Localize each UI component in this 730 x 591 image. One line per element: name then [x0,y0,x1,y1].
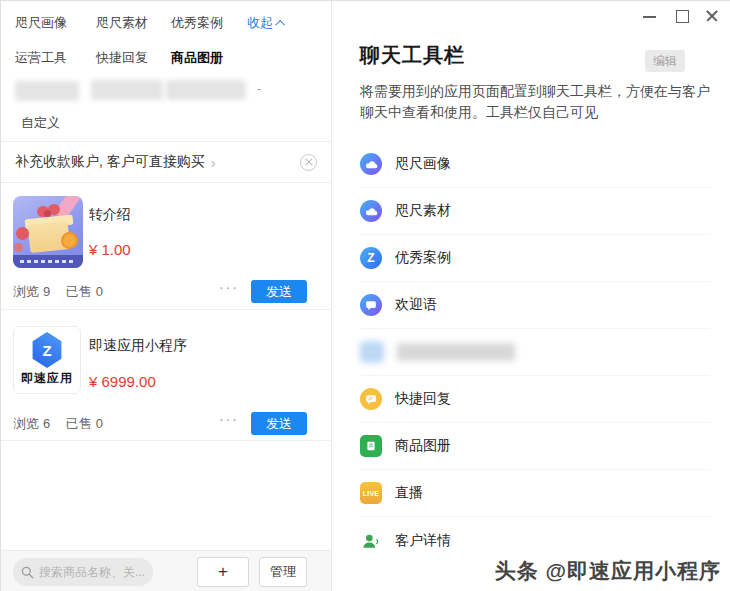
dash-separator: - [257,81,261,96]
toolbar-item-kuaijie-huifu[interactable]: 快捷回复 [360,376,710,423]
cloud-icon [360,200,382,222]
chat-bubble-icon [360,294,382,316]
payment-notice-bar[interactable]: 补充收款账户, 客户可直接购买 › [1,142,331,183]
product-stats: 浏览9 已售0 [13,283,107,301]
cloud-icon [360,153,382,175]
blurred-icon [360,341,384,363]
toolbar-item-youxiu-anli[interactable]: Z 优秀案例 [360,235,710,282]
product-card[interactable]: Z 即速应用 即速应用小程序 ¥ 6999.00 浏览6 已售0 ··· 发送 [1,311,331,441]
add-product-button[interactable]: + [197,557,249,587]
chevron-up-icon [275,19,285,29]
toolbar-item-zhichi-sucai[interactable]: 咫尺素材 [360,188,710,235]
tab-yunying-gongju[interactable]: 运营工具 [15,49,67,67]
customer-person-icon [360,530,382,552]
jisu-logo-text: 即速应用 [21,370,73,387]
toolbar-item-label: 咫尺素材 [395,202,451,220]
app-window: 咫尺画像 咫尺素材 优秀案例 收起 运营工具 快捷回复 商品图册 - 自定义 补… [0,0,730,591]
product-title: 即速应用小程序 [89,337,187,355]
blurred-tab-3[interactable] [166,80,246,100]
blurred-tab-2[interactable] [91,80,163,100]
quick-reply-icon [360,388,382,410]
toolbar-item-zhibo[interactable]: LIVE 直播 [360,470,710,517]
toolbar-panel: 聊天工具栏 编辑 将需要用到的应用页面配置到聊天工具栏，方便在与客户聊天中查看和… [331,1,730,591]
product-title: 转介绍 [89,206,131,224]
blurred-label [397,343,515,361]
toolbar-item-label: 客户详情 [395,532,451,550]
more-options-icon[interactable]: ··· [219,411,239,427]
toolbar-item-label: 商品图册 [395,437,451,455]
collapse-toggle[interactable]: 收起 [247,14,285,32]
toolbar-item-list: 咫尺画像 咫尺素材 Z 优秀案例 欢迎语 [360,141,710,564]
close-notice-icon[interactable] [300,154,317,171]
product-footer-bar: + 管理 [1,550,331,591]
tab-shangpin-tuce[interactable]: 商品图册 [171,49,223,67]
toolbar-item-label: 咫尺画像 [395,155,451,173]
search-icon [21,566,34,579]
edit-button[interactable]: 编辑 [645,50,685,72]
notice-text: 补充收款账户, 客户可直接购买 [15,153,205,171]
toolbar-item-label: 欢迎语 [395,296,437,314]
chevron-right-icon: › [211,154,300,171]
toolbar-item-label: 快捷回复 [395,390,451,408]
jisu-z-icon: Z [360,247,382,269]
toolbar-item-zhichi-huaxiang[interactable]: 咫尺画像 [360,141,710,188]
more-options-icon[interactable]: ··· [219,279,239,295]
search-box[interactable] [13,558,153,586]
tab-kuaijie-huifu[interactable]: 快捷回复 [96,49,148,67]
manage-button[interactable]: 管理 [259,557,307,587]
send-button[interactable]: 发送 [251,280,307,303]
watermark: 头条 @即速应用小程序 [495,557,721,585]
product-price: ¥ 1.00 [89,241,131,258]
toolbar-item-shangpin-tuce[interactable]: 商品图册 [360,423,710,470]
tab-zhichi-huaxiang[interactable]: 咫尺画像 [15,14,67,32]
maximize-icon[interactable] [671,6,693,26]
send-button[interactable]: 发送 [251,412,307,435]
tab-zhichi-sucai[interactable]: 咫尺素材 [96,14,148,32]
toolbar-description: 将需要用到的应用页面配置到聊天工具栏，方便在与客户聊天中查看和使用。工具栏仅自己… [360,81,714,123]
product-stats: 浏览6 已售0 [13,415,107,433]
product-album-icon [360,435,382,457]
search-input[interactable] [39,565,144,579]
product-image: Z 即速应用 [13,326,81,394]
minimize-icon[interactable] [639,6,661,26]
toolbar-item-label: 直播 [395,484,423,502]
product-image [13,196,83,268]
product-card[interactable]: 转介绍 ¥ 1.00 浏览9 已售0 ··· 发送 [1,183,331,310]
blurred-tab-1[interactable] [15,81,79,101]
toolbar-item-blurred[interactable] [360,329,710,376]
collapse-label: 收起 [247,14,273,32]
live-icon: LIVE [360,482,382,504]
product-panel: 咫尺画像 咫尺素材 优秀案例 收起 运营工具 快捷回复 商品图册 - 自定义 补… [1,1,331,591]
jisu-logo-icon: Z [31,332,63,368]
tab-custom[interactable]: 自定义 [21,114,60,132]
product-price: ¥ 6999.00 [89,373,156,390]
tab-youxiu-anli[interactable]: 优秀案例 [171,14,223,32]
page-title: 聊天工具栏 [360,42,465,69]
close-icon[interactable] [701,6,723,26]
toolbar-item-huanyingyu[interactable]: 欢迎语 [360,282,710,329]
toolbar-item-label: 优秀案例 [395,249,451,267]
